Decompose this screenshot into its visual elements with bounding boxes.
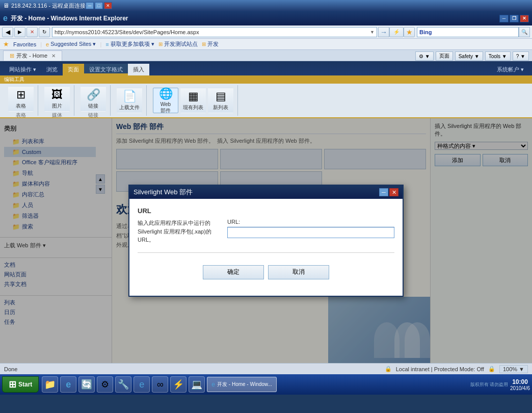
existing-list-label: 现有列表 [183, 104, 203, 111]
ribbon-webpart-buttons: 🌐 Web部件 ▦ 现有列表 ▤ 新列表 [153, 86, 233, 115]
compatibility-btn[interactable]: ⚡ [389, 27, 404, 37]
account-menu[interactable]: 系统帐户 ▾ [493, 64, 528, 75]
search-bar[interactable]: Bing [417, 27, 519, 37]
ribbon-upload-buttons: 📄 上载文件 [117, 86, 142, 115]
taskbar-clock: 10:00 2010/4/6 [510, 378, 530, 391]
go-button[interactable]: → [378, 27, 389, 37]
link-label: 链接 [88, 102, 98, 110]
back-button[interactable]: ◀ [2, 27, 13, 37]
dev-site-item[interactable]: ⊞ 开发 [202, 40, 219, 48]
dev-test-site-item[interactable]: ⊞ 开发测试站点 [158, 40, 198, 48]
status-bar: Done 🔒 Local intranet | Protected Mode: … [0, 363, 532, 374]
dialog-close-button[interactable]: ✕ [389, 188, 398, 196]
taskbar-icon-7[interactable]: ∞ [152, 376, 168, 393]
ribbon-editor-label: 编辑工具 [0, 75, 532, 84]
ribbon-link-buttons: 🔗 链接 [81, 86, 106, 112]
dialog-cancel-button[interactable]: 取消 [268, 265, 329, 279]
help-btn[interactable]: ? ▼ [513, 51, 529, 61]
insert-webpart-button[interactable]: 🌐 Web部件 [153, 88, 178, 113]
address-dropdown-icon[interactable]: ▼ [370, 30, 375, 35]
add-to-bar-btn[interactable]: ★ [404, 27, 415, 37]
zoom-value: 100% [503, 366, 517, 372]
status-right: 🔒 Local intranet | Protected Mode: Off 🔒… [385, 365, 528, 373]
window-min-btn[interactable]: ─ [86, 2, 94, 9]
link-icon: 🔗 [87, 88, 100, 101]
favorites-star-icon: ★ [3, 40, 9, 48]
window-max-btn[interactable]: □ [95, 2, 103, 9]
dialog-titlebar: Silverlight Web 部件 ─ ✕ [129, 186, 403, 199]
window-titlebar: 🖥 218.242.3.116 - 远程桌面连接 ─ □ ✕ [0, 0, 532, 11]
silverlight-dialog: Silverlight Web 部件 ─ ✕ URL 输入此应用程序应从中运行的… [128, 185, 404, 297]
insert-table-button[interactable]: ⊞ 表格 [8, 86, 34, 112]
existing-list-icon: ▦ [188, 90, 199, 103]
refresh-button[interactable]: ↻ [39, 27, 50, 37]
suggested-sites-item[interactable]: e Suggested Sites ▾ [46, 41, 96, 47]
window-controls: ─ □ ✕ [86, 2, 112, 9]
sp-tab-insert[interactable]: 插入 [128, 64, 149, 75]
window-icon: 🖥 [3, 2, 9, 9]
taskbar-icon-3[interactable]: 🔄 [78, 376, 95, 393]
clock-time: 10:00 [512, 378, 528, 385]
dialog-min-button[interactable]: ─ [379, 188, 388, 196]
dialog-url-label: URL: [227, 219, 394, 225]
taskbar-icon-9[interactable]: 💻 [189, 376, 205, 393]
browser-close-btn[interactable]: ✕ [520, 15, 529, 22]
nav-buttons: ◀ ▶ ✕ ↻ [2, 27, 50, 37]
search-button[interactable]: 🔍 [519, 27, 530, 37]
tools-gear-btn[interactable]: ⚙ ▼ [415, 51, 434, 61]
address-text[interactable]: http://nymoss2010:45223/Sites/dev/SitePa… [55, 29, 370, 35]
upload-file-button[interactable]: 📄 上载文件 [117, 88, 142, 113]
taskbar-icon-5[interactable]: 🔧 [115, 376, 131, 393]
tools-btn[interactable]: Tools ▼ [485, 51, 511, 61]
ie-logo: e [3, 14, 8, 23]
new-list-label: 新列表 [213, 104, 228, 111]
dialog-url-input[interactable] [227, 227, 394, 238]
sp-tab-page[interactable]: 页面 [63, 64, 84, 75]
main-area: 类别 📁 列表和库 📁 Custom 📁 Office 客户端应用程序 📁 [0, 118, 532, 363]
existing-list-button[interactable]: ▦ 现有列表 [180, 88, 206, 113]
browser-restore-btn[interactable]: ❐ [510, 15, 519, 22]
dialog-body: URL 输入此应用程序应从中运行的 Silverlight 应用程序包(.xap… [129, 199, 403, 296]
ribbon-group-table: ⊞ 表格 表格 [4, 85, 38, 116]
sp-tab-site-actions[interactable]: 网站操作 ▾ [4, 64, 41, 75]
insert-link-button[interactable]: 🔗 链接 [81, 86, 106, 112]
safety-btn[interactable]: Safety ▼ [455, 51, 483, 61]
taskbar-icon-ie[interactable]: e [60, 376, 76, 393]
taskbar-icon-4[interactable]: ⚙ [97, 376, 113, 393]
window-close-btn[interactable]: ✕ [104, 2, 112, 9]
get-addons-item[interactable]: ≡ 获取更多加载项 ▾ [105, 40, 154, 48]
dialog-ok-button[interactable]: 确定 [203, 265, 264, 279]
tab-close-icon[interactable]: ✕ [51, 53, 56, 59]
bing-logo: Bing [419, 29, 432, 35]
browser-controls: ─ ❐ ✕ [499, 15, 529, 22]
sp-tab-browse[interactable]: 浏览 [41, 64, 63, 75]
zoom-control[interactable]: 100% ▼ [499, 365, 528, 373]
dialog-divider [138, 252, 394, 253]
picture-icon: 🖼 [51, 88, 63, 101]
ribbon-content: ⊞ 表格 表格 🖼 图片 媒体 🔗 链接 链接 📄 上载文件 [0, 84, 532, 118]
media-group-label: 媒体 [52, 112, 62, 119]
active-tab[interactable]: ⊞ 开发 - Home ✕ [3, 50, 62, 61]
tab-title: 开发 - Home [16, 52, 47, 60]
link-group-label: 链接 [88, 112, 98, 119]
new-list-icon: ▤ [216, 90, 226, 103]
forward-button[interactable]: ▶ [14, 27, 25, 37]
stop-button[interactable]: ✕ [26, 27, 38, 37]
dialog-section-title: URL [138, 207, 394, 215]
taskbar-icon-6[interactable]: e [134, 376, 150, 393]
tab-toolbar-right: ⚙ ▼ 页面 Safety ▼ Tools ▼ ? ▼ [415, 51, 529, 61]
new-list-button[interactable]: ▤ 新列表 [208, 88, 233, 113]
webpart-icon: 🌐 [159, 87, 173, 100]
taskbar-ie-app[interactable]: e 开发 - Home - Window... [207, 377, 277, 392]
taskbar-icon-8[interactable]: ⚡ [170, 376, 187, 393]
browser-min-btn[interactable]: ─ [499, 15, 509, 22]
favorites-label[interactable]: Favorites [13, 41, 36, 47]
ribbon-group-media: 🖼 图片 媒体 [40, 85, 74, 116]
taskbar-icon-explorer[interactable]: 📁 [42, 376, 58, 393]
taskbar: ⊞ Start 📁 e 🔄 ⚙ 🔧 e ∞ ⚡ 💻 e 开发 - Home - … [0, 374, 532, 395]
start-button[interactable]: ⊞ Start [2, 376, 39, 393]
security-icon: 🔒 [385, 366, 392, 372]
insert-picture-button[interactable]: 🖼 图片 [44, 86, 70, 112]
page-btn[interactable]: 页面 [436, 51, 453, 61]
table-group-label: 表格 [16, 112, 26, 119]
